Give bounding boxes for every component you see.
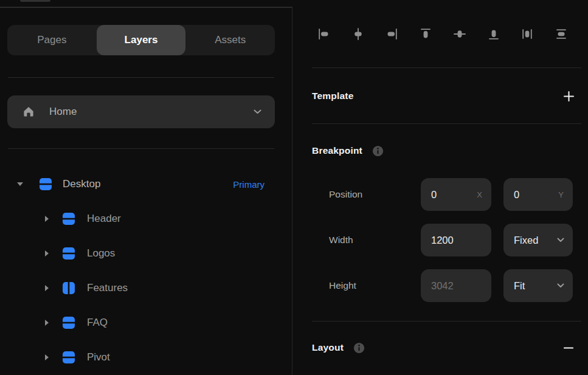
breakpoint-section-header: Breakpoint: [312, 137, 581, 164]
caret-right-icon[interactable]: [43, 216, 51, 222]
height-mode-select[interactable]: Fit: [503, 269, 573, 302]
width-mode-value: Fixed: [514, 235, 538, 246]
primary-badge[interactable]: Primary: [233, 179, 265, 190]
layer-label: Pivot: [87, 351, 110, 363]
layer-label: Features: [87, 282, 128, 294]
caret-right-icon[interactable]: [43, 320, 51, 326]
width-row: Width 1200 Fixed: [292, 224, 588, 256]
toolbar-fragment: [20, 0, 50, 2]
info-icon[interactable]: [353, 342, 365, 354]
properties-panel: Template Breakpoint Position 0 X 0 Y: [292, 0, 588, 375]
height-mode-value: Fit: [514, 280, 525, 292]
template-section-header: Template: [312, 83, 581, 109]
position-x-suffix: X: [477, 190, 482, 199]
stack-columns-icon: [63, 282, 75, 294]
info-icon[interactable]: [372, 145, 384, 157]
stack-rows-icon: [63, 213, 75, 225]
position-row: Position 0 X 0 Y: [292, 178, 588, 211]
position-label: Position: [329, 178, 362, 211]
height-value: 3042: [431, 280, 454, 292]
breakpoint-title: Breakpoint: [312, 145, 362, 156]
align-right-button[interactable]: [381, 24, 402, 44]
tab-pages[interactable]: Pages: [7, 25, 97, 55]
collapse-layout-button[interactable]: [559, 339, 578, 357]
layer-row-faq[interactable]: FAQ: [0, 306, 292, 339]
align-bottom-button[interactable]: [483, 24, 504, 44]
align-center-vertical-button[interactable]: [449, 24, 470, 44]
design-tool-window: Pages Layers Assets Home Desktop Primary…: [0, 0, 588, 375]
width-mode-select[interactable]: Fixed: [503, 224, 573, 256]
distribute-vertical-button[interactable]: [551, 24, 572, 44]
width-value: 1200: [431, 235, 454, 246]
position-y-suffix: Y: [558, 190, 564, 199]
divider: [0, 7, 292, 8]
align-center-horizontal-button[interactable]: [348, 24, 368, 44]
home-icon: [22, 106, 35, 118]
stack-rows-icon: [63, 351, 75, 363]
divider: [312, 67, 581, 68]
layer-row-pivot[interactable]: Pivot: [0, 341, 292, 374]
caret-right-icon[interactable]: [43, 354, 51, 360]
layer-label: Header: [87, 213, 121, 225]
layer-row-header[interactable]: Header: [0, 202, 292, 235]
template-title: Template: [312, 91, 354, 101]
stack-rows-icon: [40, 178, 52, 190]
layout-title: Layout: [312, 342, 344, 353]
width-field[interactable]: 1200: [421, 224, 491, 256]
height-field[interactable]: 3042: [421, 269, 491, 302]
position-x-field[interactable]: 0 X: [421, 178, 491, 211]
align-toolbar: [314, 24, 572, 44]
position-x-value: 0: [431, 189, 437, 201]
divider: [8, 77, 274, 78]
panel-tab-bar: Pages Layers Assets: [7, 25, 275, 55]
align-top-button[interactable]: [415, 24, 436, 44]
tab-layers[interactable]: Layers: [97, 25, 186, 55]
caret-down-icon[interactable]: [16, 182, 24, 186]
height-row: Height 3042 Fit: [292, 269, 588, 302]
chevron-down-icon: [254, 109, 261, 114]
stack-rows-icon: [63, 317, 75, 329]
stack-rows-icon: [63, 247, 75, 260]
page-selector-label: Home: [49, 106, 77, 118]
divider: [312, 321, 581, 322]
width-label: Width: [329, 224, 353, 256]
page-selector[interactable]: Home: [7, 95, 275, 128]
position-y-field[interactable]: 0 Y: [503, 178, 573, 211]
caret-right-icon[interactable]: [43, 285, 51, 291]
chevron-down-icon: [557, 238, 564, 243]
add-template-button[interactable]: [559, 87, 578, 105]
chevron-down-icon: [557, 283, 564, 288]
layer-row-desktop[interactable]: Desktop Primary: [0, 168, 292, 201]
layer-row-features[interactable]: Features: [0, 272, 292, 304]
layer-label: Logos: [87, 247, 115, 260]
align-left-button[interactable]: [314, 24, 334, 44]
layer-label: Desktop: [63, 178, 100, 190]
distribute-horizontal-button[interactable]: [517, 24, 538, 44]
height-label: Height: [329, 269, 356, 302]
divider: [8, 148, 274, 149]
position-y-value: 0: [514, 189, 519, 201]
layout-section-header: Layout: [312, 334, 581, 361]
tab-assets[interactable]: Assets: [185, 25, 275, 55]
layer-label: FAQ: [87, 317, 108, 329]
layer-row-logos[interactable]: Logos: [0, 237, 292, 270]
caret-right-icon[interactable]: [43, 250, 51, 256]
divider: [312, 123, 581, 124]
